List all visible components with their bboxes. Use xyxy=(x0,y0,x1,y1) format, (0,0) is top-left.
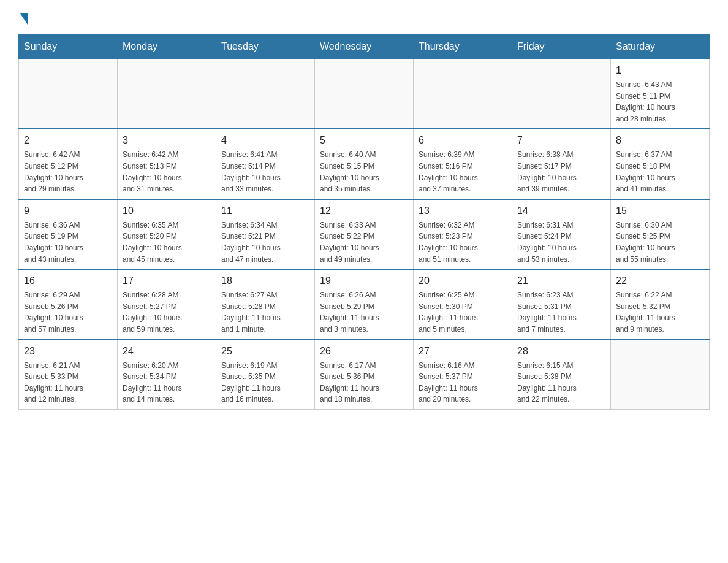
day-info: Sunrise: 6:38 AM Sunset: 5:17 PM Dayligh… xyxy=(517,149,605,194)
day-number: 11 xyxy=(221,204,309,218)
day-info: Sunrise: 6:26 AM Sunset: 5:29 PM Dayligh… xyxy=(320,289,408,335)
day-number: 16 xyxy=(24,274,112,288)
day-number: 13 xyxy=(419,204,507,218)
calendar-cell: 12Sunrise: 6:33 AM Sunset: 5:22 PM Dayli… xyxy=(315,199,414,269)
calendar-cell: 22Sunrise: 6:22 AM Sunset: 5:32 PM Dayli… xyxy=(611,269,710,339)
weekday-header-sunday: Sunday xyxy=(19,35,118,59)
calendar-week-row: 23Sunrise: 6:21 AM Sunset: 5:33 PM Dayli… xyxy=(19,340,710,410)
day-number: 8 xyxy=(616,133,704,148)
day-number: 15 xyxy=(616,204,704,218)
day-info: Sunrise: 6:34 AM Sunset: 5:21 PM Dayligh… xyxy=(221,220,309,265)
day-number: 24 xyxy=(123,344,211,359)
logo-arrow-icon xyxy=(20,13,28,25)
page-header xyxy=(18,12,710,22)
calendar-cell xyxy=(315,59,414,129)
day-info: Sunrise: 6:35 AM Sunset: 5:20 PM Dayligh… xyxy=(123,220,211,265)
day-info: Sunrise: 6:39 AM Sunset: 5:16 PM Dayligh… xyxy=(419,149,507,194)
day-info: Sunrise: 6:36 AM Sunset: 5:19 PM Dayligh… xyxy=(24,220,112,265)
weekday-header-thursday: Thursday xyxy=(414,35,512,59)
day-info: Sunrise: 6:16 AM Sunset: 5:37 PM Dayligh… xyxy=(419,360,507,405)
calendar-cell: 7Sunrise: 6:38 AM Sunset: 5:17 PM Daylig… xyxy=(512,129,611,199)
day-number: 27 xyxy=(419,344,507,359)
day-info: Sunrise: 6:37 AM Sunset: 5:18 PM Dayligh… xyxy=(616,149,704,194)
day-number: 10 xyxy=(123,204,211,218)
calendar-week-row: 16Sunrise: 6:29 AM Sunset: 5:26 PM Dayli… xyxy=(19,269,710,339)
weekday-header-row: SundayMondayTuesdayWednesdayThursdayFrid… xyxy=(19,35,710,59)
weekday-header-tuesday: Tuesday xyxy=(216,35,315,59)
calendar-cell: 14Sunrise: 6:31 AM Sunset: 5:24 PM Dayli… xyxy=(512,199,611,269)
day-info: Sunrise: 6:40 AM Sunset: 5:15 PM Dayligh… xyxy=(320,149,408,194)
day-info: Sunrise: 6:33 AM Sunset: 5:22 PM Dayligh… xyxy=(320,220,408,265)
calendar-week-row: 1Sunrise: 6:43 AM Sunset: 5:11 PM Daylig… xyxy=(19,59,710,129)
calendar-cell: 13Sunrise: 6:32 AM Sunset: 5:23 PM Dayli… xyxy=(414,199,512,269)
weekday-header-monday: Monday xyxy=(118,35,216,59)
weekday-header-saturday: Saturday xyxy=(611,35,710,59)
day-number: 21 xyxy=(517,274,605,288)
day-info: Sunrise: 6:29 AM Sunset: 5:26 PM Dayligh… xyxy=(24,289,112,335)
day-number: 4 xyxy=(221,133,309,148)
calendar-cell: 15Sunrise: 6:30 AM Sunset: 5:25 PM Dayli… xyxy=(611,199,710,269)
day-number: 23 xyxy=(24,344,112,359)
calendar-week-row: 2Sunrise: 6:42 AM Sunset: 5:12 PM Daylig… xyxy=(19,129,710,199)
day-number: 20 xyxy=(419,274,507,288)
day-info: Sunrise: 6:32 AM Sunset: 5:23 PM Dayligh… xyxy=(419,220,507,265)
day-number: 25 xyxy=(221,344,309,359)
calendar-cell: 6Sunrise: 6:39 AM Sunset: 5:16 PM Daylig… xyxy=(414,129,512,199)
day-number: 3 xyxy=(123,133,211,148)
day-info: Sunrise: 6:20 AM Sunset: 5:34 PM Dayligh… xyxy=(123,360,211,405)
day-info: Sunrise: 6:23 AM Sunset: 5:31 PM Dayligh… xyxy=(517,289,605,335)
logo xyxy=(18,12,28,22)
day-number: 12 xyxy=(320,204,408,218)
calendar-cell: 9Sunrise: 6:36 AM Sunset: 5:19 PM Daylig… xyxy=(19,199,118,269)
day-number: 17 xyxy=(123,274,211,288)
calendar-cell: 5Sunrise: 6:40 AM Sunset: 5:15 PM Daylig… xyxy=(315,129,414,199)
day-number: 7 xyxy=(517,133,605,148)
day-info: Sunrise: 6:22 AM Sunset: 5:32 PM Dayligh… xyxy=(616,289,704,335)
calendar-cell: 17Sunrise: 6:28 AM Sunset: 5:27 PM Dayli… xyxy=(118,269,216,339)
calendar-cell: 21Sunrise: 6:23 AM Sunset: 5:31 PM Dayli… xyxy=(512,269,611,339)
calendar-cell: 24Sunrise: 6:20 AM Sunset: 5:34 PM Dayli… xyxy=(118,340,216,410)
day-number: 22 xyxy=(616,274,704,288)
calendar-cell: 28Sunrise: 6:15 AM Sunset: 5:38 PM Dayli… xyxy=(512,340,611,410)
day-info: Sunrise: 6:43 AM Sunset: 5:11 PM Dayligh… xyxy=(616,79,704,124)
calendar-cell: 20Sunrise: 6:25 AM Sunset: 5:30 PM Dayli… xyxy=(414,269,512,339)
calendar-cell: 27Sunrise: 6:16 AM Sunset: 5:37 PM Dayli… xyxy=(414,340,512,410)
day-info: Sunrise: 6:28 AM Sunset: 5:27 PM Dayligh… xyxy=(123,289,211,335)
calendar-cell xyxy=(512,59,611,129)
day-info: Sunrise: 6:31 AM Sunset: 5:24 PM Dayligh… xyxy=(517,220,605,265)
calendar-cell xyxy=(611,340,710,410)
day-number: 19 xyxy=(320,274,408,288)
calendar-cell: 11Sunrise: 6:34 AM Sunset: 5:21 PM Dayli… xyxy=(216,199,315,269)
calendar-cell xyxy=(118,59,216,129)
calendar-cell xyxy=(414,59,512,129)
calendar-cell: 16Sunrise: 6:29 AM Sunset: 5:26 PM Dayli… xyxy=(19,269,118,339)
day-info: Sunrise: 6:19 AM Sunset: 5:35 PM Dayligh… xyxy=(221,360,309,405)
day-number: 5 xyxy=(320,133,408,148)
day-info: Sunrise: 6:30 AM Sunset: 5:25 PM Dayligh… xyxy=(616,220,704,265)
calendar-cell: 19Sunrise: 6:26 AM Sunset: 5:29 PM Dayli… xyxy=(315,269,414,339)
calendar-cell: 4Sunrise: 6:41 AM Sunset: 5:14 PM Daylig… xyxy=(216,129,315,199)
calendar-cell: 26Sunrise: 6:17 AM Sunset: 5:36 PM Dayli… xyxy=(315,340,414,410)
day-info: Sunrise: 6:21 AM Sunset: 5:33 PM Dayligh… xyxy=(24,360,112,405)
day-info: Sunrise: 6:25 AM Sunset: 5:30 PM Dayligh… xyxy=(419,289,507,335)
day-info: Sunrise: 6:41 AM Sunset: 5:14 PM Dayligh… xyxy=(221,149,309,194)
day-info: Sunrise: 6:42 AM Sunset: 5:13 PM Dayligh… xyxy=(123,149,211,194)
day-info: Sunrise: 6:15 AM Sunset: 5:38 PM Dayligh… xyxy=(517,360,605,405)
day-number: 14 xyxy=(517,204,605,218)
day-number: 1 xyxy=(616,63,704,78)
calendar-cell: 3Sunrise: 6:42 AM Sunset: 5:13 PM Daylig… xyxy=(118,129,216,199)
calendar-cell: 10Sunrise: 6:35 AM Sunset: 5:20 PM Dayli… xyxy=(118,199,216,269)
calendar-table: SundayMondayTuesdayWednesdayThursdayFrid… xyxy=(18,34,710,410)
calendar-cell: 8Sunrise: 6:37 AM Sunset: 5:18 PM Daylig… xyxy=(611,129,710,199)
day-number: 2 xyxy=(24,133,112,148)
calendar-cell xyxy=(216,59,315,129)
day-number: 28 xyxy=(517,344,605,359)
day-number: 26 xyxy=(320,344,408,359)
day-info: Sunrise: 6:17 AM Sunset: 5:36 PM Dayligh… xyxy=(320,360,408,405)
day-info: Sunrise: 6:27 AM Sunset: 5:28 PM Dayligh… xyxy=(221,289,309,335)
calendar-cell: 18Sunrise: 6:27 AM Sunset: 5:28 PM Dayli… xyxy=(216,269,315,339)
calendar-cell xyxy=(19,59,118,129)
calendar-cell: 2Sunrise: 6:42 AM Sunset: 5:12 PM Daylig… xyxy=(19,129,118,199)
day-number: 6 xyxy=(419,133,507,148)
calendar-cell: 25Sunrise: 6:19 AM Sunset: 5:35 PM Dayli… xyxy=(216,340,315,410)
